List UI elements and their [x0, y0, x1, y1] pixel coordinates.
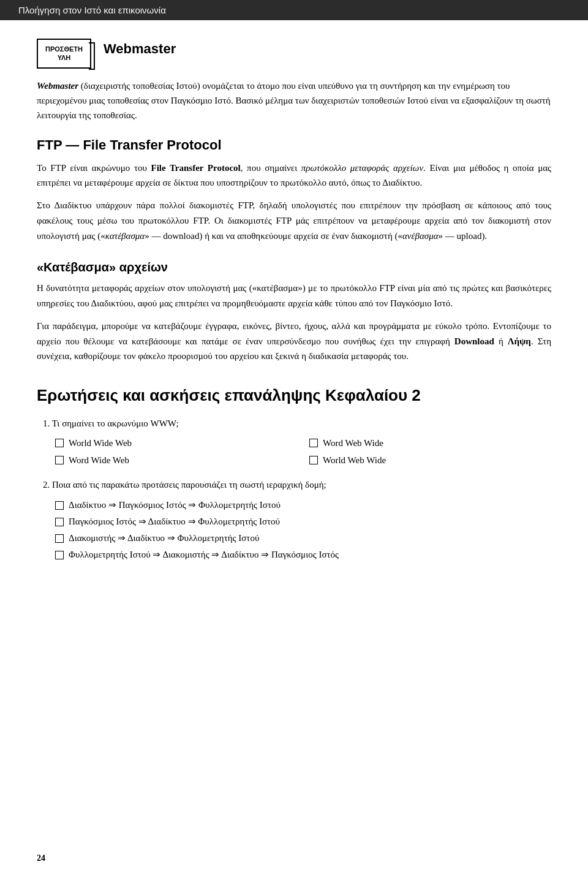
q2-checkbox-1[interactable]: [55, 501, 64, 510]
q2-options: Διαδίκτυο ⇒ Παγκόσμιος Ιστός ⇒ Φυλλομετρ…: [55, 497, 551, 563]
q1-label-1: World Wide Web: [69, 436, 132, 450]
q1-checkbox-4[interactable]: [309, 456, 318, 464]
q2-checkbox-2[interactable]: [55, 518, 64, 526]
question-2: 2. Ποια από τις παρακάτω προτάσεις παρου…: [43, 477, 551, 563]
katebасma-para2: Για παράδειγμα, μπορούμε να κατεβάζουμε …: [37, 319, 551, 364]
q1-checkbox-3[interactable]: [55, 456, 64, 464]
q2-option-2: Παγκόσμιος Ιστός ⇒ Διαδίκτυο ⇒ Φυλλομετρ…: [55, 513, 551, 530]
q1-label-3: Word Wide Web: [69, 453, 129, 467]
q2-label-1: Διαδίκτυο ⇒ Παγκόσμιος Ιστός ⇒ Φυλλομετρ…: [69, 497, 281, 513]
webmaster-heading: Webmaster: [104, 39, 176, 57]
badge-line2: ΥΛΗ: [45, 53, 83, 62]
badge-line1: ΠΡΟΣΘΕΤΗ: [45, 45, 83, 53]
webmaster-box: ΠΡΟΣΘΕΤΗ ΥΛΗ Webmaster: [37, 39, 551, 69]
q1-option-2: Word Web Wide: [309, 436, 551, 450]
q2-checkbox-4[interactable]: [55, 551, 64, 559]
page: Πλοήγηση στον Ιστό και επικοινωνία ΠΡΟΣΘ…: [0, 0, 588, 878]
q1-option-4: World Web Wide: [309, 453, 551, 467]
header-title: Πλοήγηση στον Ιστό και επικοινωνία: [18, 5, 166, 15]
webmaster-term: Webmaster: [37, 81, 78, 91]
q1-option-1: World Wide Web: [55, 436, 297, 450]
q1-label-2: Word Web Wide: [323, 436, 383, 450]
q1-checkbox-1[interactable]: [55, 439, 64, 447]
content-area: ΠΡΟΣΘΕΤΗ ΥΛΗ Webmaster Webmaster (διαχει…: [0, 20, 588, 591]
q2-label-4: Φυλλομετρητής Ιστού ⇒ Διακομιστής ⇒ Διαδ…: [69, 547, 339, 563]
ftp-para2: Στο Διαδίκτυο υπάρχουν πάρα πολλοί διακο…: [37, 198, 551, 243]
header-bar: Πλοήγηση στον Ιστό και επικοινωνία: [0, 0, 588, 20]
badge: ΠΡΟΣΘΕΤΗ ΥΛΗ: [37, 39, 91, 69]
question-2-text: 2. Ποια από τις παρακάτω προτάσεις παρου…: [43, 477, 551, 492]
q1-options-grid: World Wide Web Word Web Wide Word Wide W…: [55, 436, 551, 467]
questions-list: 1. Τι σημαίνει το ακρωνύμιο WWW; World W…: [43, 416, 551, 563]
katebасma-para1: Η δυνατότητα μεταφοράς αρχείων στον υπολ…: [37, 281, 551, 311]
q2-checkbox-3[interactable]: [55, 534, 64, 543]
question-1: 1. Τι σημαίνει το ακρωνύμιο WWW; World W…: [43, 416, 551, 467]
webmaster-intro: Webmaster (διαχειριστής τοποθεσίας Ιστού…: [37, 78, 551, 123]
q2-option-3: Διακομιστής ⇒ Διαδίκτυο ⇒ Φυλλομετρητής …: [55, 530, 551, 547]
katebасma-heading: «Κατέβασμα» αρχείων: [37, 260, 551, 274]
q2-option-1: Διαδίκτυο ⇒ Παγκόσμιος Ιστός ⇒ Φυλλομετρ…: [55, 497, 551, 513]
review-heading: Ερωτήσεις και ασκήσεις επανάληψης Κεφαλα…: [37, 386, 551, 405]
ftp-para1: Το FTP είναι ακρώνυμο του File Transfer …: [37, 161, 551, 191]
q1-checkbox-2[interactable]: [309, 439, 318, 447]
q1-number: 1.: [43, 418, 50, 428]
ftp-heading: FTP — File Transfer Protocol: [37, 137, 551, 153]
q2-option-4: Φυλλομετρητής Ιστού ⇒ Διακομιστής ⇒ Διαδ…: [55, 547, 551, 563]
q1-label-4: World Web Wide: [323, 453, 386, 467]
webmaster-intro-text: (διαχειριστής τοποθεσίας Ιστού) ονομάζετ…: [37, 81, 551, 120]
question-1-text: 1. Τι σημαίνει το ακρωνύμιο WWW;: [43, 416, 551, 431]
q1-option-3: Word Wide Web: [55, 453, 297, 467]
q2-label-3: Διακομιστής ⇒ Διαδίκτυο ⇒ Φυλλομετρητής …: [69, 530, 259, 547]
q2-number: 2.: [43, 480, 50, 490]
page-number: 24: [37, 853, 45, 863]
q2-label-2: Παγκόσμιος Ιστός ⇒ Διαδίκτυο ⇒ Φυλλομετρ…: [69, 513, 280, 530]
